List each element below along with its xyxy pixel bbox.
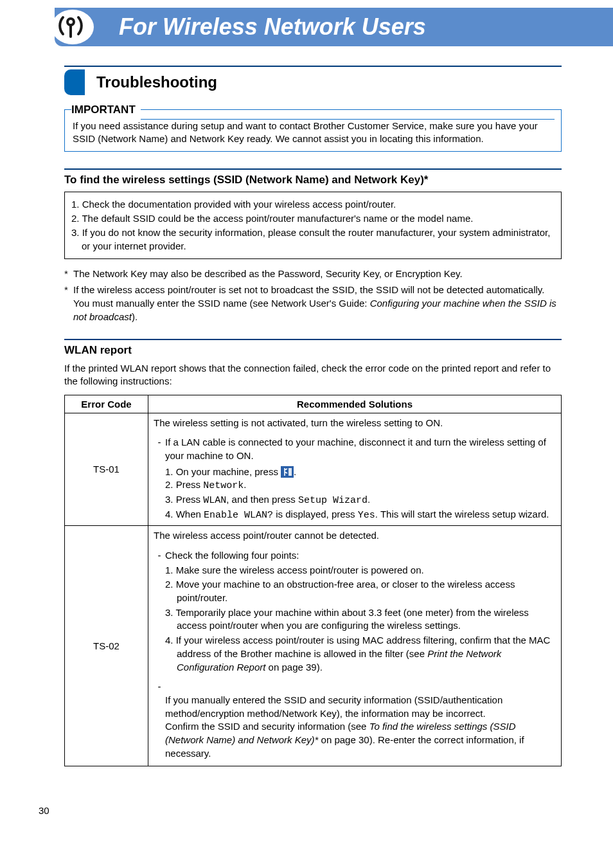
important-label: IMPORTANT xyxy=(71,104,141,116)
settings-icon xyxy=(281,466,294,478)
table-row: TS-01 The wireless setting is not activa… xyxy=(65,413,562,526)
section-heading: Troubleshooting xyxy=(96,73,217,91)
wireless-icon xyxy=(51,10,94,44)
footnote: * If the wireless access point/router is… xyxy=(64,283,562,323)
footnote: * The Network Key may also be described … xyxy=(64,267,562,280)
solution-cell: The wireless access point/router cannot … xyxy=(148,526,562,766)
banner-title: For Wireless Network Users xyxy=(119,14,426,41)
page-banner: For Wireless Network Users xyxy=(55,8,613,46)
solution-cell: The wireless setting is not activated, t… xyxy=(148,413,562,526)
step-text: 1. Check the documentation provided with… xyxy=(71,197,555,212)
find-settings-steps: 1. Check the documentation provided with… xyxy=(64,192,562,259)
section-tab-icon xyxy=(64,69,85,95)
table-row: TS-02 The wireless access point/router c… xyxy=(65,526,562,766)
step-text: 3. If you do not know the security infor… xyxy=(71,226,555,254)
error-code-cell: TS-01 xyxy=(65,413,148,526)
section-header: Troubleshooting xyxy=(64,66,562,95)
svg-rect-3 xyxy=(289,468,292,476)
th-error-code: Error Code xyxy=(65,395,148,413)
page-number: 30 xyxy=(39,805,613,816)
th-recommended: Recommended Solutions xyxy=(148,395,562,413)
important-box: IMPORTANT If you need assistance during … xyxy=(64,109,562,152)
important-text: If you need assistance during setup and … xyxy=(71,120,555,145)
step-text: 2. The default SSID could be the access … xyxy=(71,212,555,226)
error-code-cell: TS-02 xyxy=(65,526,148,766)
find-settings-heading: To find the wireless settings (SSID (Net… xyxy=(64,174,562,186)
error-code-table: Error Code Recommended Solutions TS-01 T… xyxy=(64,395,562,767)
wlan-intro: If the printed WLAN report shows that th… xyxy=(64,362,562,388)
wlan-heading: WLAN report xyxy=(64,344,562,357)
